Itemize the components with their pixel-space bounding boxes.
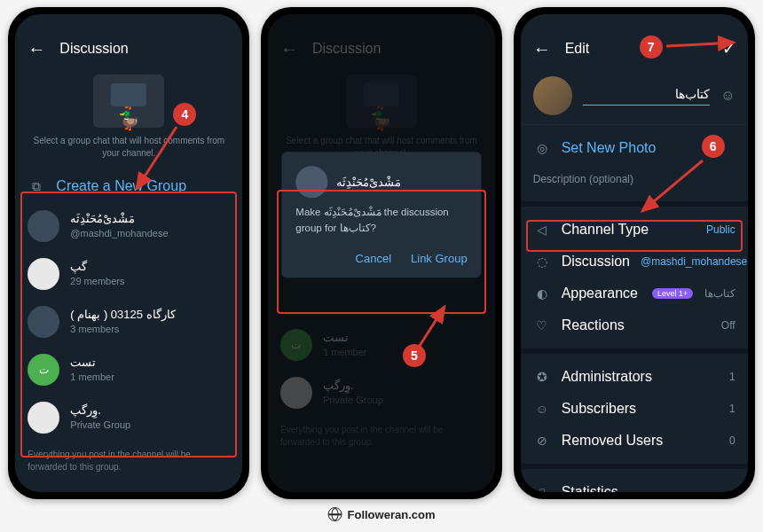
group-item[interactable]: وِرگپ.Private Group [15,394,242,442]
avatar [28,258,59,290]
dialog-group-name: مَشْدیْ‌مُحَنْدِثَه [336,176,401,189]
avatar [28,306,59,338]
row-value: @mashdi_mohandese [641,255,747,268]
megaphone-icon: ◁ [533,223,551,237]
channel-name-input[interactable]: کتاب‌ها [583,87,711,106]
heart-icon: ♡ [533,318,551,332]
row-label: Appearance [562,286,638,301]
row-label: Channel Type [562,222,649,238]
discussion-row[interactable]: ◌ Discussion @mashdi_mohandese [521,246,748,278]
phone-3: ← Edit ✓ کتاب‌ها ☺ ◎ Set New Photo Descr… [514,7,755,499]
group-item[interactable]: ت تست1 member [15,346,242,394]
reactions-row[interactable]: ♡ Reactions Off [521,309,748,341]
group-item[interactable]: کارگاه 03125 ( بهنام )3 members [15,298,242,346]
link-group-dialog: مَشْدیْ‌مُحَنْدِثَه Make مَشْدیْ‌مُحَنْد… [281,153,481,278]
phone-1: ← Discussion Select a group chat that wi… [8,7,249,499]
annotation-badge-5: 5 [403,344,426,367]
row-label: Reactions [562,317,625,333]
channel-type-row[interactable]: ◁ Channel Type Public [521,214,748,246]
screen-title: Discussion [59,41,128,57]
row-label: Removed Users [562,433,664,449]
channel-avatar[interactable] [533,76,572,115]
row-value: 1 [729,371,735,383]
emoji-icon[interactable]: ☺ [720,88,735,104]
watermark: Followeran.com [328,507,436,521]
subscribers-row[interactable]: ☺ Subscribers 1 [521,393,748,425]
avatar: ت [28,354,59,386]
row-value: Public [706,223,735,236]
administrators-row[interactable]: ✪ Administrators 1 [521,361,748,393]
create-new-group[interactable]: ⧉ Create a New Group [15,170,242,202]
statistics-row[interactable]: ⎍ Statistics [521,476,748,492]
avatar [28,402,59,434]
row-value: 1 [729,403,735,415]
create-group-label: Create a New Group [56,178,186,194]
row-label: Administrators [562,369,652,385]
hero-description: Select a group chat that will host comme… [33,135,224,160]
annotation-badge-6: 6 [702,135,725,158]
stats-icon: ⎍ [533,485,551,492]
row-value: 0 [729,434,735,447]
dialog-avatar [295,167,327,199]
chat-icon: ◌ [533,254,551,269]
admin-icon: ✪ [533,370,551,384]
row-label: Subscribers [562,401,636,417]
row-value: Off [721,319,735,332]
users-icon: ☺ [533,402,551,416]
group-item[interactable]: مَشْدیْ‌مُحَنْدِثَه@mashdi_mohandese [15,202,242,250]
palette-icon: ◐ [533,286,551,301]
watermark-text: Followeran.com [348,508,436,521]
back-icon[interactable]: ← [533,39,551,59]
hero-illustration [93,74,164,128]
footer-note: Everything you post in the channel will … [15,442,242,481]
screen-title: Edit [565,41,590,57]
removed-icon: ⊘ [533,434,551,448]
row-label: Discussion [562,254,630,270]
row-value: کتاب‌ها [704,287,735,300]
group-item[interactable]: گپ29 members [15,250,242,298]
set-photo-label: Set New Photo [562,140,657,156]
confirm-check-icon[interactable]: ✓ [722,39,735,59]
level-badge: Level 1+ [652,288,693,299]
annotation-badge-7: 7 [640,35,663,59]
appearance-row[interactable]: ◐ Appearance Level 1+ کتاب‌ها [521,278,748,309]
channel-name-row: کتاب‌ها ☺ [521,67,748,125]
dialog-body: Make مَشْدیْ‌مُحَنْدِثَه the discussion … [295,206,467,237]
row-label: Statistics [562,484,618,492]
removed-users-row[interactable]: ⊘ Removed Users 0 [521,425,748,457]
back-icon[interactable]: ← [28,39,45,59]
camera-icon: ◎ [533,141,551,155]
link-group-button[interactable]: Link Group [411,246,468,270]
phone-2: ← Discussion Select a group chat that wi… [261,7,502,499]
avatar [28,210,59,242]
description-input[interactable]: Description (optional) [521,164,748,194]
globe-icon [328,507,342,521]
cancel-button[interactable]: Cancel [356,246,391,270]
group-add-icon: ⧉ [28,179,45,194]
